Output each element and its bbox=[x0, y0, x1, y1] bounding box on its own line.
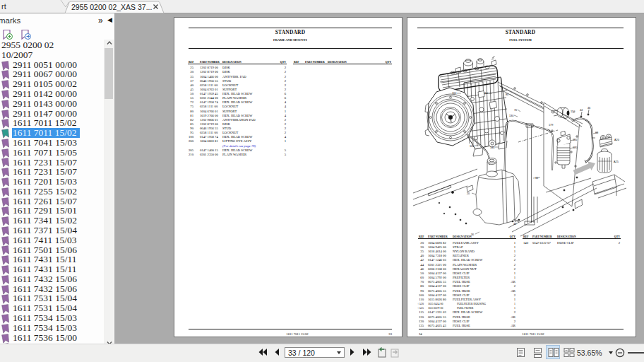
svg-text:130: 130 bbox=[509, 115, 513, 117]
svg-text:46: 46 bbox=[588, 107, 590, 110]
svg-text:A25: A25 bbox=[614, 160, 619, 163]
svg-text:140: 140 bbox=[490, 146, 494, 149]
svg-text:80: 80 bbox=[506, 93, 508, 96]
svg-text:160: 160 bbox=[452, 92, 456, 95]
svg-text:120: 120 bbox=[573, 146, 577, 149]
svg-text:179: 179 bbox=[549, 124, 553, 127]
svg-text:44: 44 bbox=[580, 109, 583, 112]
svg-text:A20: A20 bbox=[614, 139, 619, 141]
svg-text:20: 20 bbox=[467, 192, 470, 195]
svg-text:40: 40 bbox=[513, 223, 516, 226]
svg-text:10: 10 bbox=[535, 177, 538, 180]
svg-text:70: 70 bbox=[514, 109, 517, 112]
svg-text:150: 150 bbox=[571, 110, 575, 113]
svg-text:110: 110 bbox=[484, 92, 488, 95]
svg-text:100: 100 bbox=[470, 145, 474, 148]
